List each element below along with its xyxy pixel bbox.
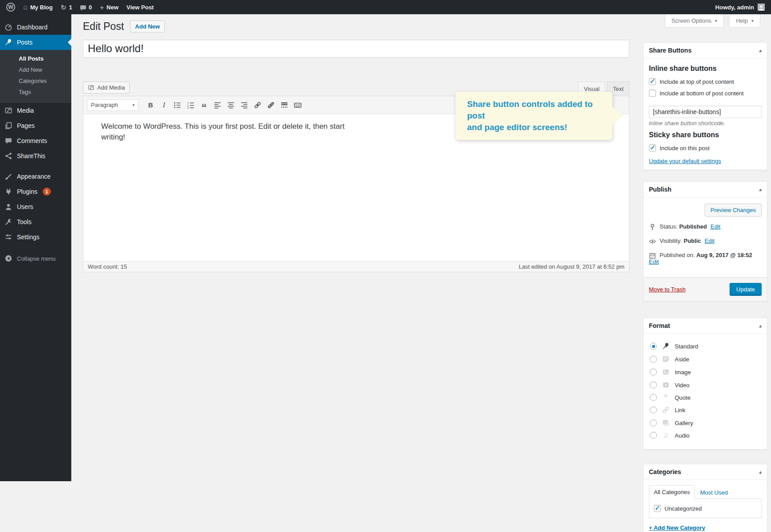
site-name-link[interactable]: ⌂ My Blog	[23, 4, 53, 11]
sidebar-item-label: Comments	[17, 137, 47, 144]
page-title: Edit Post	[83, 20, 124, 33]
screen-options-button[interactable]: Screen Options ▾	[665, 14, 724, 28]
shortcode-input[interactable]	[649, 106, 762, 118]
format-panel-header[interactable]: Format ▴	[644, 318, 767, 334]
format-radio-link[interactable]	[650, 406, 657, 413]
post-title-input[interactable]	[83, 40, 629, 57]
include-sticky-checkbox[interactable]	[649, 144, 656, 151]
sidebar-item-posts[interactable]: Posts	[0, 35, 71, 50]
sidebar-item-pages[interactable]: Pages	[0, 118, 71, 133]
include-bottom-checkbox[interactable]	[649, 90, 656, 97]
unlink-button[interactable]	[265, 99, 277, 111]
sidebar-item-comments[interactable]: Comments	[0, 133, 71, 148]
sidebar-item-sharethis[interactable]: ShareThis	[0, 148, 71, 164]
sidebar-item-label: Plugins	[17, 188, 37, 195]
avatar[interactable]	[758, 4, 765, 11]
published-row-text: Published on: Aug 9, 2017 @ 18:52	[660, 252, 752, 258]
updates-count: 1	[69, 4, 72, 11]
italic-button[interactable]: I	[158, 99, 170, 111]
align-center-button[interactable]	[225, 99, 237, 111]
add-media-button[interactable]: Add Media	[83, 82, 130, 94]
wordpress-logo-menu[interactable]: W	[6, 3, 15, 12]
new-content-menu[interactable]: + New	[100, 4, 119, 11]
callout-text-line: and page editor screens!	[467, 122, 612, 133]
move-to-trash-link[interactable]: Move to Trash	[649, 286, 685, 293]
format-option-label: Video	[675, 382, 689, 389]
collapse-arrow-icon	[4, 254, 12, 262]
publish-panel: Publish ▴ Preview Changes Status: Publis…	[643, 181, 767, 302]
panel-title: Share Buttons	[649, 47, 692, 54]
format-radio-audio[interactable]	[650, 432, 657, 439]
sidebar-item-label: Dashboard	[17, 24, 48, 31]
submenu-categories[interactable]: Categories	[0, 75, 71, 86]
format-radio-video[interactable]	[650, 381, 657, 389]
link-button[interactable]	[252, 99, 263, 111]
toolbar-toggle-button[interactable]	[292, 99, 303, 111]
sidebar-item-tools[interactable]: Tools	[0, 214, 71, 229]
update-button[interactable]: Update	[730, 283, 762, 296]
category-tabs: All Categories Most Used	[649, 485, 762, 499]
bold-button[interactable]: B	[145, 99, 156, 111]
help-button[interactable]: Help ▾	[729, 14, 760, 28]
add-new-button[interactable]: Add New	[130, 20, 165, 33]
appearance-brush-icon	[4, 172, 12, 180]
collapse-toggle-icon[interactable]: ▴	[759, 187, 762, 192]
sidebar-item-users[interactable]: Users	[0, 199, 71, 214]
format-radio-aside[interactable]	[650, 356, 657, 363]
media-icon	[4, 106, 12, 115]
share-buttons-panel-header[interactable]: Share Buttons ▴	[644, 43, 767, 58]
submenu-add-new[interactable]: Add New	[0, 64, 71, 75]
format-radio-standard[interactable]	[650, 343, 657, 350]
format-quote-icon: “	[661, 394, 670, 401]
format-radio-gallery[interactable]	[650, 419, 657, 426]
update-default-settings-link[interactable]: Update your default settings	[649, 158, 721, 164]
collapse-toggle-icon[interactable]: ▴	[759, 323, 762, 329]
format-option-label: Link	[675, 407, 685, 413]
tab-most-used[interactable]: Most Used	[695, 486, 733, 499]
align-left-icon	[213, 101, 221, 109]
sidebar-item-settings[interactable]: Settings	[0, 229, 71, 245]
paragraph-format-select[interactable]: Paragraph ▾	[87, 99, 139, 111]
categories-panel-header[interactable]: Categories ▴	[644, 464, 767, 480]
collapse-toggle-icon[interactable]: ▴	[759, 48, 762, 53]
category-uncategorized-checkbox[interactable]	[654, 505, 661, 512]
add-new-category-link[interactable]: + Add New Category	[649, 524, 705, 531]
pages-icon	[4, 122, 12, 130]
view-post-link[interactable]: View Post	[127, 4, 154, 11]
howdy-label[interactable]: Howdy, admin	[715, 4, 754, 11]
publish-panel-header[interactable]: Publish ▴	[644, 182, 767, 197]
submenu-tags[interactable]: Tags	[0, 86, 71, 98]
include-top-checkbox[interactable]	[649, 78, 656, 85]
sidebar-item-label: Users	[17, 203, 33, 210]
preview-changes-button[interactable]: Preview Changes	[705, 204, 762, 217]
edit-visibility-link[interactable]: Edit	[705, 237, 714, 244]
post-paragraph-line: Welcome to WordPress. This is your first…	[101, 122, 344, 131]
category-checklist: Uncategorized	[649, 499, 762, 518]
comments-link[interactable]: 0	[80, 4, 92, 11]
tab-all-categories[interactable]: All Categories	[649, 485, 695, 499]
bullet-list-button[interactable]	[172, 99, 183, 111]
numbered-list-button[interactable]: 1 2 3	[185, 99, 197, 111]
align-right-button[interactable]	[238, 99, 250, 111]
screen-meta-tabs: Screen Options ▾ Help ▾	[665, 14, 760, 28]
edit-status-link[interactable]: Edit	[710, 223, 720, 230]
screen-options-label: Screen Options	[672, 17, 712, 24]
edit-published-date-link[interactable]: Edit	[649, 258, 659, 265]
collapse-menu-button[interactable]: Collapse menu	[0, 252, 71, 265]
format-radio-quote[interactable]	[650, 394, 657, 401]
share-buttons-panel: Share Buttons ▴ Inline share buttons Inc…	[643, 42, 767, 170]
post-status-icon	[649, 224, 656, 231]
numbered-list-icon: 1 2 3	[187, 101, 195, 109]
more-tag-button[interactable]	[279, 99, 290, 111]
format-radio-image[interactable]	[650, 368, 657, 376]
collapse-toggle-icon[interactable]: ▴	[759, 469, 762, 475]
sidebar-item-dashboard[interactable]: Dashboard	[0, 20, 71, 35]
status-row-text: Status: Published	[660, 223, 707, 230]
submenu-all-posts[interactable]: All Posts	[0, 53, 71, 64]
align-left-button[interactable]	[212, 99, 223, 111]
sidebar-item-media[interactable]: Media	[0, 103, 71, 118]
blockquote-button[interactable]: “	[198, 99, 210, 111]
updates-link[interactable]: ↻ 1	[61, 4, 72, 11]
sidebar-item-appearance[interactable]: Appearance	[0, 169, 71, 184]
sidebar-item-plugins[interactable]: Plugins 1	[0, 184, 71, 199]
